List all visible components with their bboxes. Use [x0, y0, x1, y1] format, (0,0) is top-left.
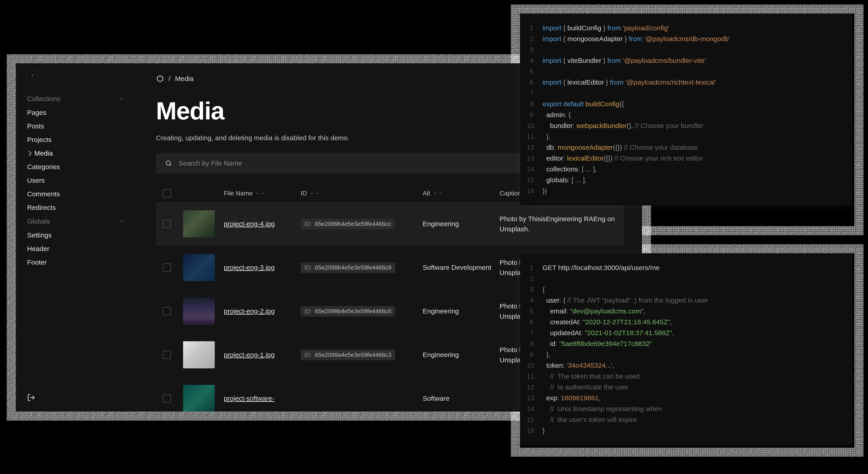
- code-line: 5 email: "dev@payloadcms.com",: [527, 306, 841, 317]
- alt-text: Engineering: [423, 351, 459, 359]
- code-line: 13 exp: 1609619861,: [527, 393, 841, 404]
- code-line: 1GET http://localhost:3000/api/users/me: [527, 262, 841, 273]
- sidebar-item-header[interactable]: Header: [16, 242, 138, 256]
- thumbnail[interactable]: [183, 210, 215, 237]
- chevron-up-icon: [119, 219, 124, 224]
- sidebar-item-media[interactable]: Media: [16, 147, 138, 160]
- code-line: 12 // to authenticate the user: [527, 382, 841, 393]
- column-header-id[interactable]: ID: [301, 190, 307, 197]
- sidebar: CollectionsPagesPostsProjectsMediaCatego…: [16, 63, 138, 412]
- alt-text: Software Development: [423, 264, 491, 271]
- logout-button[interactable]: [27, 393, 35, 403]
- sidebar-item-pages[interactable]: Pages: [16, 106, 138, 119]
- svg-point-0: [166, 161, 170, 165]
- sidebar-collapse-button[interactable]: [27, 70, 37, 81]
- sidebar-item-redirects[interactable]: Redirects: [16, 201, 138, 214]
- sort-asc-icon: [255, 191, 259, 196]
- code-line: 3{: [527, 284, 841, 295]
- search-icon: [165, 160, 172, 167]
- id-pill: ID:65e2099a4e5e3e59fe4466c3: [301, 350, 395, 360]
- code-line: 7: [527, 88, 841, 98]
- breadcrumb-current[interactable]: Media: [175, 75, 193, 83]
- code-line: 3: [527, 44, 841, 55]
- code-line: 4import { viteBundler } from '@payloadcm…: [527, 55, 841, 66]
- file-link[interactable]: project-eng-4.jpg: [224, 220, 275, 228]
- file-link[interactable]: project-software-: [224, 395, 274, 402]
- thumbnail[interactable]: [183, 298, 215, 325]
- id-pill: ID:65e2099b4e5e3e59fe4466c6: [301, 306, 395, 317]
- code-line: 6 createdAt: "2020-12-27T21:16:45.645Z",: [527, 317, 841, 327]
- code-line: 15 // the user's token will expire: [527, 414, 841, 425]
- row-checkbox[interactable]: [163, 263, 171, 272]
- column-header-caption[interactable]: Caption: [500, 190, 522, 197]
- sort-id[interactable]: [310, 191, 320, 196]
- row-checkbox[interactable]: [163, 351, 171, 359]
- code-line: 8 id: "5ae8f9bde69e394e717c8832": [527, 338, 841, 349]
- column-header-alt[interactable]: Alt: [423, 190, 430, 197]
- file-link[interactable]: project-eng-3.jpg: [224, 264, 275, 271]
- column-header-filename[interactable]: File Name: [224, 190, 253, 197]
- sort-desc-icon: [315, 191, 320, 196]
- chevron-up-icon: [119, 96, 124, 101]
- sidebar-item-posts[interactable]: Posts: [16, 119, 138, 133]
- thumbnail[interactable]: [183, 254, 215, 281]
- row-checkbox[interactable]: [163, 220, 171, 228]
- code-line: 9 admin: {: [527, 110, 841, 120]
- sort-alt[interactable]: [433, 191, 443, 196]
- logo-icon[interactable]: [156, 75, 164, 83]
- sidebar-item-footer[interactable]: Footer: [16, 256, 138, 269]
- row-checkbox[interactable]: [163, 307, 171, 315]
- sort-asc-icon: [433, 191, 437, 196]
- alt-text: Engineering: [423, 220, 459, 228]
- code-line: 8export default buildConfig({: [527, 98, 841, 110]
- sort-desc-icon: [439, 191, 443, 196]
- sidebar-item-categories[interactable]: Categories: [16, 160, 138, 174]
- thumbnail[interactable]: [183, 341, 215, 368]
- thumbnail[interactable]: [183, 385, 215, 412]
- caption-text: Photo by ThisisEngineering RAEng on Unsp…: [500, 215, 615, 233]
- alt-text: Engineering: [423, 307, 459, 315]
- nav-group-collections[interactable]: Collections: [16, 92, 138, 106]
- code-line: 16}): [527, 185, 841, 196]
- code-editor-config: 1import { buildConfig } from 'payload/co…: [520, 13, 852, 205]
- code-line: 13 editor: lexicalEditor({}) // Choose y…: [527, 153, 841, 164]
- code-line: 5: [527, 66, 841, 77]
- chevron-left-icon: [31, 73, 34, 77]
- nav-group-globals[interactable]: Globals: [16, 214, 138, 229]
- breadcrumb-sep: /: [168, 75, 170, 83]
- row-checkbox[interactable]: [163, 394, 171, 403]
- code-line: 7 updatedAt: "2021-01-02T18:37:41.588Z",: [527, 327, 841, 338]
- alt-text: Software: [423, 395, 450, 402]
- sidebar-item-users[interactable]: Users: [16, 174, 138, 187]
- code-line: 11 // The token that can be used: [527, 371, 841, 382]
- file-link[interactable]: project-eng-2.jpg: [224, 307, 275, 315]
- sort-desc-icon: [261, 191, 266, 196]
- sidebar-item-comments[interactable]: Comments: [16, 187, 138, 201]
- code-line: 1import { buildConfig } from 'payload/co…: [527, 23, 841, 33]
- file-link[interactable]: project-eng-1.jpg: [224, 351, 275, 359]
- code-line: 11 },: [527, 131, 841, 142]
- code-line: 10 bundler: webpackBundler(), // Choose …: [527, 120, 841, 131]
- sort-asc-icon: [310, 191, 314, 196]
- code-line: 14 collections: [ ... ],: [527, 164, 841, 175]
- code-line: 2: [527, 273, 841, 284]
- code-line: 2import { mongooseAdapter } from '@paylo…: [527, 33, 841, 44]
- code-line: 14 // Unix timestamp representing when: [527, 404, 841, 414]
- code-line: 6import { lexicalEditor } from '@payload…: [527, 77, 841, 88]
- id-pill: ID:65e2099b4e5e3e59fe4466c9: [301, 262, 395, 273]
- logout-icon: [27, 393, 35, 402]
- sidebar-item-projects[interactable]: Projects: [16, 133, 138, 147]
- code-editor-api-response: 1GET http://localhost:3000/api/users/me2…: [520, 253, 852, 445]
- code-line: 12 db: mongooseAdapter({}) // Choose you…: [527, 142, 841, 153]
- select-all-checkbox[interactable]: [163, 189, 171, 198]
- code-line: 9 },: [527, 349, 841, 360]
- table-row[interactable]: project-eng-4.jpgID:65e2099b4e5e3e59fe44…: [156, 202, 624, 245]
- code-line: 10 token: '34o4345324...',: [527, 360, 841, 371]
- code-line: 16}: [527, 425, 841, 436]
- sort-filename[interactable]: [255, 191, 266, 196]
- id-pill: ID:65e2099b4e5e3e59fe4466cc: [301, 219, 395, 229]
- code-line: 4 user: { // The JWT "payload" ;) from t…: [527, 295, 841, 306]
- sidebar-item-settings[interactable]: Settings: [16, 229, 138, 242]
- code-line: 15 globals: [ ... ],: [527, 175, 841, 185]
